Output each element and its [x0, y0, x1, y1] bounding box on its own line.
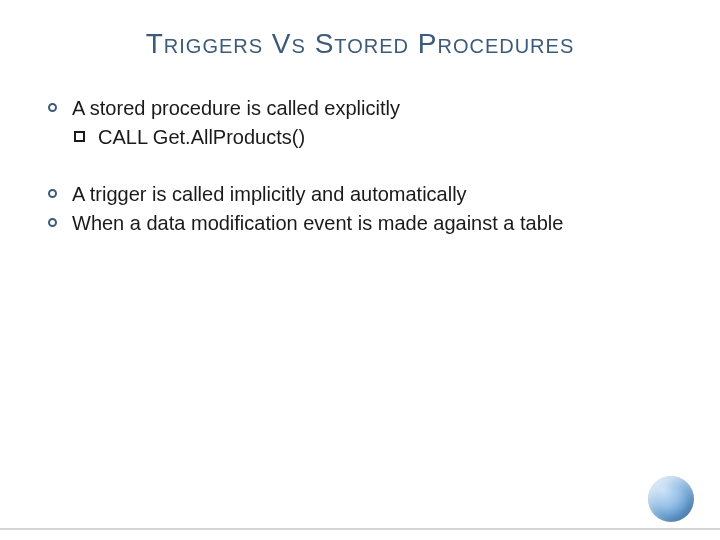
bottom-rule: [0, 528, 720, 530]
decorative-sphere-icon: [648, 476, 694, 522]
bullet-level1: When a data modification event is made a…: [44, 211, 672, 236]
bullet-text: CALL Get.AllProducts(): [98, 126, 305, 148]
slide-title: Triggers Vs Stored Procedures: [0, 28, 720, 60]
slide-body: A stored procedure is called explicitly …: [44, 96, 672, 240]
bullet-level1: A trigger is called implicitly and autom…: [44, 182, 672, 207]
bullet-text: A stored procedure is called explicitly: [72, 97, 400, 119]
bullet-text: A trigger is called implicitly and autom…: [72, 183, 467, 205]
bullet-level1: A stored procedure is called explicitly: [44, 96, 672, 121]
spacer: [44, 154, 672, 182]
bullet-level2: CALL Get.AllProducts(): [44, 125, 672, 150]
slide: Triggers Vs Stored Procedures A stored p…: [0, 0, 720, 540]
bullet-text: When a data modification event is made a…: [72, 212, 563, 234]
